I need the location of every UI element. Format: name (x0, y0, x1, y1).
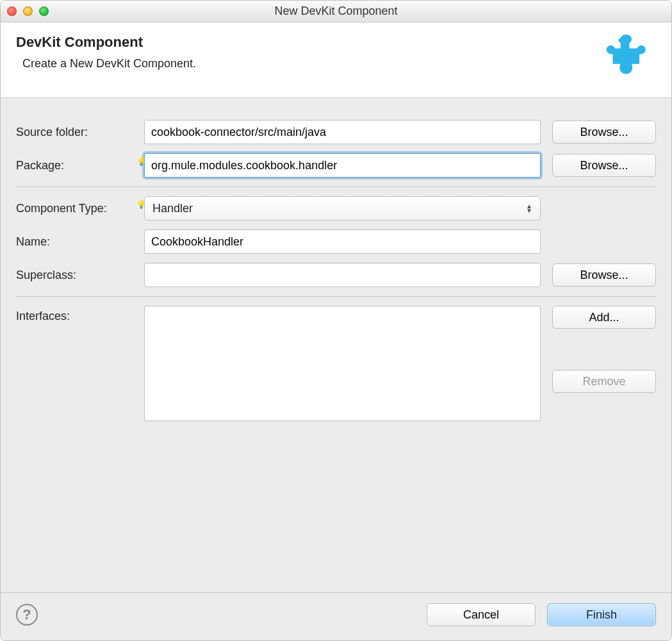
section-type: Component Type: 💡 Handler ▲ ▼ Name: (16, 187, 656, 297)
titlebar: New DevKit Component (1, 1, 671, 22)
lightbulb-icon: 💡 (136, 157, 146, 166)
cancel-button[interactable]: Cancel (427, 603, 536, 626)
add-interface-button[interactable]: Add... (552, 306, 656, 329)
package-label: Package: 💡 (16, 159, 144, 172)
wizard-header: DevKit Component Create a New DevKit Com… (1, 22, 671, 98)
component-type-label-text: Component Type: (16, 202, 107, 215)
page-title: DevKit Component (16, 34, 196, 51)
help-icon[interactable]: ? (16, 604, 38, 626)
section-source: Source folder: Browse... Package: 💡 Brow… (16, 111, 656, 187)
row-package: Package: 💡 Browse... (16, 153, 656, 178)
form-body: Source folder: Browse... Package: 💡 Brow… (1, 98, 671, 592)
superclass-label: Superclass: (16, 269, 144, 282)
interfaces-label: Interfaces: (16, 306, 144, 323)
component-type-label: Component Type: 💡 (16, 202, 144, 215)
name-input[interactable] (144, 229, 541, 254)
row-source-folder: Source folder: Browse... (16, 120, 656, 144)
component-type-value: Handler (152, 202, 193, 215)
chevron-updown-icon: ▲ ▼ (526, 204, 532, 213)
row-component-type: Component Type: 💡 Handler ▲ ▼ (16, 196, 656, 221)
section-interfaces: Interfaces: Add... Remove (16, 297, 656, 433)
remove-interface-button[interactable]: Remove (552, 370, 656, 393)
package-label-text: Package: (16, 159, 64, 172)
row-interfaces: Interfaces: Add... Remove (16, 306, 656, 424)
superclass-input[interactable] (144, 263, 541, 287)
component-type-select[interactable]: Handler ▲ ▼ (144, 196, 541, 221)
interfaces-listbox[interactable] (144, 306, 541, 421)
source-folder-input[interactable] (144, 120, 541, 144)
chevron-down-icon: ▼ (526, 208, 532, 213)
window-title: New DevKit Component (1, 4, 671, 18)
row-superclass: Superclass: Browse... (16, 263, 656, 287)
page-description: Create a New DevKit Component. (16, 57, 196, 71)
puzzle-icon (598, 34, 656, 87)
browse-package-button[interactable]: Browse... (552, 154, 656, 177)
dialog-footer: ? Cancel Finish (1, 592, 671, 640)
browse-superclass-button[interactable]: Browse... (552, 263, 656, 287)
name-label: Name: (16, 235, 144, 249)
row-name: Name: (16, 229, 656, 254)
browse-source-button[interactable]: Browse... (552, 121, 656, 144)
source-folder-label: Source folder: (16, 126, 144, 139)
dialog-window: New DevKit Component DevKit Component Cr… (0, 0, 672, 641)
footer-actions: Cancel Finish (427, 603, 656, 626)
package-input[interactable] (144, 153, 541, 178)
finish-button[interactable]: Finish (547, 603, 656, 626)
wizard-header-text: DevKit Component Create a New DevKit Com… (16, 34, 196, 71)
